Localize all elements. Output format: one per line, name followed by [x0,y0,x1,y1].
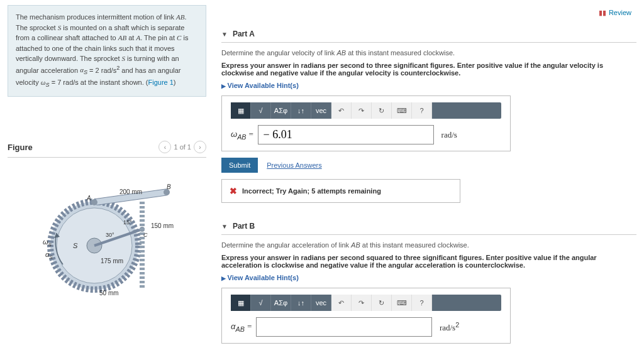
reset-icon[interactable]: ↻ [372,102,392,119]
part-b-instruction: Determine the angular acceleration of li… [221,241,636,249]
part-b-express: Express your answer in radians per secon… [221,254,636,269]
svg-point-4 [91,199,97,205]
svg-text:B: B [167,183,171,190]
part-b-input[interactable] [256,317,432,337]
part-a-feedback-text: Incorrect; Try Again; 5 attempts remaini… [242,187,381,195]
figure-link[interactable]: Figure 1 [148,79,173,86]
part-a-title: Part A [233,30,255,38]
sigma-icon[interactable]: ΑΣφ [271,102,291,119]
sigma-icon[interactable]: ΑΣφ [271,295,291,311]
part-a-unit: rad/s [441,130,457,140]
root-icon[interactable]: √ [251,102,271,119]
part-a-input[interactable] [258,125,434,144]
xexp-icon[interactable]: ↓↑ [291,102,311,119]
help-icon[interactable]: ? [412,102,432,119]
part-a-instruction: Determine the angular velocity of link A… [221,49,636,57]
figure-pager: 1 of 1 [174,143,191,151]
svg-text:30°: 30° [106,232,114,238]
review-link[interactable]: Review [609,9,631,16]
part-a-submit-button[interactable]: Submit [221,158,258,173]
svg-text:C: C [143,232,148,238]
vec-icon[interactable]: vec [311,102,331,119]
part-a-hints[interactable]: View Available Hint(s) [221,82,636,89]
undo-icon[interactable]: ↶ [331,102,352,119]
svg-text:15°: 15° [123,219,132,226]
part-a-answer-box: ▦ √ ΑΣφ ↓↑ vec ↶ ↷ ↻ ⌨ ? ωAB = rad/s [221,95,511,151]
svg-text:175 mm: 175 mm [101,258,123,264]
vec-icon[interactable]: vec [311,295,331,311]
svg-text:200 mm: 200 mm [119,188,142,195]
part-b-answer-box: ▦ √ ΑΣφ ↓↑ vec ↶ ↷ ↻ ⌨ ? αAB = rad/s2 [221,288,511,344]
part-b-unit: rad/s2 [440,321,459,333]
part-b-hints[interactable]: View Available Hint(s) [221,274,636,281]
problem-statement: The mechanism produces intermittent moti… [8,5,206,97]
part-a-header[interactable]: ▼ Part A [221,26,636,43]
help-icon[interactable]: ? [412,295,432,311]
part-b-header[interactable]: ▼ Part B [221,218,636,235]
figure-prev-button[interactable]: ‹ [158,141,171,153]
templates-icon[interactable]: ▦ [231,102,251,119]
collapse-icon: ▼ [221,31,228,38]
part-a-feedback: ✖ Incorrect; Try Again; 5 attempts remai… [221,179,460,203]
root-icon[interactable]: √ [251,295,271,311]
svg-text:S: S [73,242,78,249]
collapse-icon: ▼ [221,223,228,230]
redo-icon[interactable]: ↷ [352,102,372,119]
redo-icon[interactable]: ↷ [352,295,372,311]
incorrect-icon: ✖ [230,186,237,196]
part-b-toolbar: ▦ √ ΑΣφ ↓↑ vec ↶ ↷ ↻ ⌨ ? [231,295,501,311]
part-b-title: Part B [233,222,255,231]
undo-icon[interactable]: ↶ [331,295,352,311]
keyboard-icon[interactable]: ⌨ [392,102,412,119]
svg-text:50 mm: 50 mm [99,290,119,296]
svg-text:150 mm: 150 mm [151,222,174,229]
keyboard-icon[interactable]: ⌨ [392,295,412,311]
xexp-icon[interactable]: ↓↑ [291,295,311,311]
figure-next-button[interactable]: › [194,141,206,153]
part-a-previous-answers[interactable]: Previous Answers [267,161,321,169]
figure-title: Figure [8,143,33,152]
part-b-variable: αAB = [231,322,252,333]
flag-icon: ▮▮ [599,9,606,17]
part-a-toolbar: ▦ √ ΑΣφ ↓↑ vec ↶ ↷ ↻ ⌨ ? [231,102,501,119]
templates-icon[interactable]: ▦ [231,295,251,311]
reset-icon[interactable]: ↻ [372,295,392,311]
svg-text:A: A [86,195,91,202]
part-a-variable: ωAB = [231,129,254,141]
part-a-express: Express your answer in radians per secon… [221,62,636,77]
figure-diagram: 200 mm B A 150 mm C 15° 30° 175 mm 50 mm… [8,170,206,302]
